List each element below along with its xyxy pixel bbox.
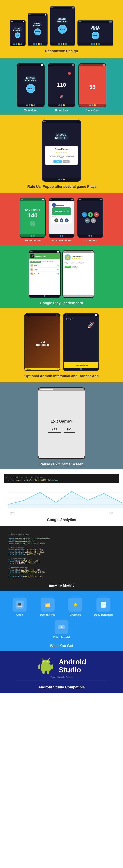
interstitial-phone-1: 9:41 ▊▊ TestInterstitial AdMob ✕ — [24, 313, 60, 371]
banner-ad: AdMob Banner Ad — [64, 363, 98, 368]
icon-like[interactable]: 👍 — [54, 218, 58, 222]
wyg-code-label: Code — [17, 613, 23, 616]
screenshot-gameplay: 9:41 ▊▊ 110 🚀 Game Play — [48, 63, 75, 112]
rateus-label: 'Rate Us' Popup after several game Plays — [26, 185, 97, 189]
start-btn-small[interactable]: START — [15, 32, 20, 38]
label-jan21: Jan 21 — [10, 512, 16, 514]
screenshots-row: 9:41 ▊▊ SPACEROCKET START Main Menu — [17, 63, 106, 112]
icon-share[interactable]: ↗ — [65, 218, 69, 222]
share-btn-icon[interactable]: ↗ — [30, 221, 35, 226]
rateus-popup-title: Please Rate us — [55, 148, 69, 150]
screenshot-gameover: 9:41 ▊▊ GAME OVER 33 Game Over — [79, 63, 106, 112]
xml-string: <string name="trackingId">UA-XXXXXXXX-X<… — [6, 479, 117, 482]
android-robot-icon — [37, 657, 55, 675]
screenshot-mainmenu: 9:41 ▊▊ SPACEROCKET START Main Menu — [17, 63, 44, 112]
svg-rect-23 — [47, 671, 49, 674]
svg-point-17 — [47, 661, 48, 662]
phone-gameplay: 9:41 ▊▊ 110 🚀 — [48, 63, 75, 107]
gmail-icon[interactable]: ✉ — [94, 212, 99, 217]
docs-icon-box — [96, 598, 111, 612]
mainmenu-screen: SPACEROCKET START — [17, 66, 44, 104]
section-modify: // Main Activity.java import com.badlogi… — [0, 526, 123, 591]
section-pause: Exit Game? YES NO Pause / Exit Game Scre… — [0, 382, 123, 469]
wyg-design: 🗂️ Design Files — [35, 598, 60, 616]
section-analytics: <!-- GOOGLE ANALYTICS TRACKING --> <stri… — [0, 469, 123, 526]
interstitial-screen: TestInterstitial AdMob ✕ — [25, 316, 60, 370]
tablet-large: 9:41 ▊▊▊ SPACEROCKET START — [78, 20, 114, 46]
svg-rect-15 — [42, 660, 50, 664]
wyg-graphics-label: Graphics — [70, 613, 81, 616]
status-bar-sm: 9:41 ▊ — [10, 20, 25, 23]
start-btn-tablet[interactable]: START — [92, 32, 99, 39]
graphics-icon-box: ★ — [68, 598, 83, 612]
video-icon — [58, 623, 65, 631]
title-small: SPACEROCKET — [13, 27, 22, 31]
start-btn-medium[interactable]: START — [34, 28, 41, 35]
review-yes[interactable]: YES — [65, 266, 71, 268]
svg-rect-11 — [102, 605, 104, 606]
android-label: Android Studio Compatible — [38, 685, 85, 689]
pause-phone: Exit Game? YES NO — [37, 387, 86, 459]
pause-label: Pause / Exit Game Screen — [39, 462, 84, 466]
share-phone: 9:41 ▊▊ GAME OVER 140 ↗ — [20, 198, 45, 238]
lb-row-2: 😀 Player 2 198 — [30, 268, 59, 272]
pause-yes-btn[interactable]: YES — [48, 427, 61, 433]
svg-point-16 — [43, 661, 44, 662]
pause-no-btn[interactable]: NO — [64, 427, 75, 433]
svg-rect-14 — [41, 664, 51, 671]
planet-red — [68, 72, 71, 75]
label-gameplay: Game Play — [55, 109, 68, 112]
start-btn-large[interactable]: START — [58, 25, 67, 34]
android-title-container: Android Studio — [59, 658, 86, 674]
avatar-2: 😀 — [30, 268, 33, 271]
lb-row-1: 😊 Player 1 250 — [30, 264, 59, 268]
video-icon-box — [55, 620, 68, 634]
status-bar: 9:41 ▊▊ — [79, 64, 106, 66]
play-tab-active[interactable]: LEADERBOARD — [30, 260, 41, 262]
sms-icon[interactable]: 💬 — [85, 218, 90, 223]
wyg-video: Video Tutorial — [50, 620, 73, 639]
share-score-1: 140 — [28, 212, 37, 219]
rateus-later-btn[interactable]: Later — [63, 160, 70, 163]
android-title: Android — [59, 658, 86, 666]
mainmenu-start[interactable]: START — [26, 84, 35, 93]
review-text: Did you find this review helpful? — [65, 262, 92, 264]
admob-label: AdMob — [26, 368, 31, 370]
player-1: Player 1 — [34, 265, 56, 266]
lb-row-3: 🙂 Player 3 145 — [30, 272, 59, 276]
rateus-game-title: SPACEROCKET — [55, 133, 68, 140]
chart-x-labels: Jan 21 Jan 29 — [8, 512, 115, 514]
share-row: 9:41 ▊▊ GAME OVER 140 ↗ Share button — [20, 198, 103, 242]
avatar-1: 😊 — [30, 264, 33, 267]
rocket-icon: 🚀 — [59, 94, 64, 99]
fb-phone: 9:41 ▊▊ f Facebook Space Rocket 33 Shari… — [49, 198, 74, 238]
play-tab-achievements[interactable]: ACHIEVEMENTS — [42, 260, 53, 262]
pause-buttons: YES NO — [48, 427, 75, 433]
share-phone-3: 9:41 ▊▊ 🐦 📱 ✉ 💬 ⋯ ...or o — [78, 198, 103, 242]
icon-comment[interactable]: 💬 — [60, 218, 63, 222]
wyg-grid: 💻 Code 🗂️ Design Files ★ Graphics — [4, 598, 119, 639]
twitter-icon[interactable]: 🐦 — [82, 212, 87, 217]
wyg-code: 💻 Code — [8, 598, 32, 616]
lb-phone-review: 9:41 ▊▊ 😊 Top Reviewer ★★★★★ Did — [62, 250, 94, 298]
whatsapp-icon[interactable]: 📱 — [88, 212, 93, 217]
leaderboard-row: 9:41 ▊▊ 🚀 Space Rocket LEADERBOARD A — [29, 250, 94, 298]
fb-content: Sharing game score... — [52, 216, 71, 218]
rateus-confirm-btn[interactable]: Confirm — [53, 160, 62, 163]
svg-rect-22 — [42, 671, 45, 674]
status-bar-md: 9:41 ▊ — [28, 13, 47, 16]
rateus-popup: Please Rate us ★★★★★ If you like this ga… — [45, 146, 78, 165]
admob-bar: AdMob ✕ — [25, 368, 60, 370]
more-icon[interactable]: ⋯ — [91, 218, 96, 223]
review-no[interactable]: NO — [72, 266, 78, 268]
section-share: 9:41 ▊▊ GAME OVER 140 ↗ Share button — [0, 193, 123, 245]
play-header: 🚀 Space Rocket — [29, 253, 60, 259]
wyg-graphics: ★ Graphics — [63, 598, 88, 616]
svg-text:🗂️: 🗂️ — [45, 602, 51, 608]
interstitial-row: 9:41 ▊▊ TestInterstitial AdMob ✕ 9:41 ▊▊ — [24, 313, 99, 371]
gameover-score: 33 — [89, 84, 95, 90]
score-2: 198 — [56, 269, 59, 270]
section-leaderboard: 9:41 ▊▊ 🚀 Space Rocket LEADERBOARD A — [0, 245, 123, 308]
share-label-1: Share button — [25, 239, 40, 242]
divider — [16, 680, 107, 680]
